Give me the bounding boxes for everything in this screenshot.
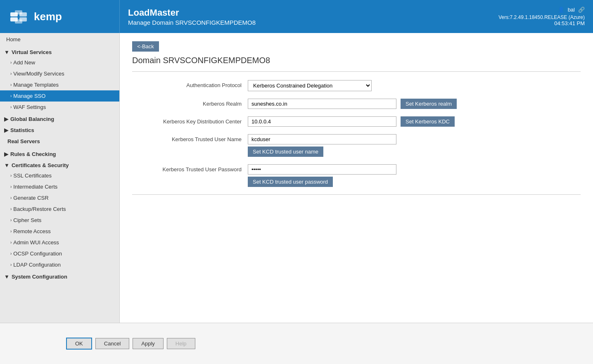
arrow-icon: › (10, 83, 12, 87)
kerberos-user-row: Kerberos Trusted User Name Set KCD trust… (132, 134, 581, 157)
arrow-icon: › (10, 60, 12, 65)
arrow-icon: › (10, 218, 12, 222)
header-user: 👤 bal 🔗 (558, 7, 585, 13)
sidebar-child-ocsp-config[interactable]: › OCSP Configuration (0, 248, 119, 259)
sidebar-section-certs-security[interactable]: ▼ Certificates & Security (0, 159, 119, 170)
sidebar-child-manage-templates[interactable]: › Manage Templates (0, 79, 119, 90)
app-title: LoadMaster (128, 7, 482, 18)
stats-label: Statistics (10, 127, 34, 133)
kerberos-kdc-input[interactable] (248, 116, 396, 127)
sidebar-child-intermediate-certs[interactable]: › Intermediate Certs (0, 181, 119, 192)
sidebar: Home ▼ Virtual Services › Add New › View… (0, 33, 120, 323)
sidebar-item-home[interactable]: Home (0, 33, 119, 46)
set-kerberos-kdc-button[interactable]: Set Kerberos KDC (401, 116, 455, 127)
cancel-button[interactable]: Cancel (95, 338, 129, 349)
sidebar-child-view-modify[interactable]: › View/Modify Services (0, 68, 119, 79)
kerberos-pass-row: Kerberos Trusted User Password Set KCD t… (132, 164, 581, 187)
kerberos-realm-input[interactable] (248, 99, 396, 109)
header-right: 👤 bal 🔗 Vers:7.2.49.1.18450.RELEASE (Azu… (490, 0, 593, 33)
app-header: kemp LoadMaster Manage Domain SRVSCONFIG… (0, 0, 593, 33)
sidebar-section-virtual-services[interactable]: ▼ Virtual Services (0, 46, 119, 57)
username: bal (568, 7, 575, 13)
arrow-icon: › (10, 229, 12, 234)
sidebar-child-ldap-config[interactable]: › LDAP Configuration (0, 259, 119, 270)
content-area: <-Back Domain SRVSCONFIGKEMPDEMO8 Authen… (120, 33, 593, 323)
kerberos-pass-label: Kerberos Trusted User Password (132, 164, 248, 173)
certs-arrow: ▼ (4, 162, 9, 168)
auth-protocol-label: Authentication Protocol (132, 80, 248, 88)
back-button[interactable]: <-Back (132, 41, 159, 52)
sidebar-child-cipher-sets[interactable]: › Cipher Sets (0, 215, 119, 226)
sidebar-section-global-balancing[interactable]: ▶ Global Balancing (0, 113, 119, 124)
kerberos-pass-control: Set KCD trusted user password (248, 164, 396, 187)
view-modify-label: View/Modify Services (13, 71, 64, 77)
set-kcd-user-button[interactable]: Set KCD trusted user name (248, 147, 323, 157)
logo-area: kemp (0, 0, 120, 33)
page-title: Domain SRVSCONFIGKEMPDEMO8 (132, 56, 581, 65)
auth-protocol-select[interactable]: Kerberos Constrained Delegation NTLM Bas… (248, 80, 372, 91)
arrow-icon: › (10, 251, 12, 256)
content-divider-bottom (132, 194, 581, 195)
header-time: 04:53:41 PM (554, 20, 585, 26)
sidebar-child-remote-access[interactable]: › Remote Access (0, 226, 119, 237)
sidebar-item-real-servers[interactable]: Real Servers (0, 135, 119, 148)
kerberos-realm-row: Kerberos Realm Set Kerberos realm (132, 99, 581, 109)
sidebar-child-admin-wui[interactable]: › Admin WUI Access (0, 237, 119, 248)
help-button[interactable]: Help (167, 338, 195, 349)
kerberos-user-control: Set KCD trusted user name (248, 134, 396, 157)
bottom-bar: OK Cancel Apply Help (0, 323, 593, 364)
sidebar-child-backup-restore[interactable]: › Backup/Restore Certs (0, 203, 119, 215)
sidebar-section-rules-checking[interactable]: ▶ Rules & Checking (0, 148, 119, 159)
header-subtitle: Manage Domain SRVSCONFIGKEMPDEMO8 (128, 19, 482, 26)
sidebar-child-waf-settings[interactable]: › WAF Settings (0, 102, 119, 113)
sysconfig-label: System Configuration (12, 274, 67, 280)
manage-sso-label: Manage SSO (13, 93, 45, 99)
admin-wui-label: Admin WUI Access (13, 239, 59, 246)
kemp-logo-icon (8, 8, 29, 25)
kerberos-realm-label: Kerberos Realm (132, 99, 248, 107)
generate-csr-label: Generate CSR (13, 195, 48, 201)
arrow-icon: › (10, 94, 12, 98)
backup-restore-label: Backup/Restore Certs (13, 206, 66, 212)
add-new-label: Add New (13, 59, 35, 66)
ocsp-config-label: OCSP Configuration (13, 251, 62, 257)
arrow-icon: › (10, 196, 12, 200)
svg-rect-5 (15, 19, 22, 24)
kerberos-realm-inline: Set Kerberos realm (248, 99, 457, 109)
kerberos-realm-control: Set Kerberos realm (248, 99, 457, 109)
arrow-icon: › (10, 184, 12, 189)
apply-button[interactable]: Apply (133, 338, 164, 349)
ok-button[interactable]: OK (66, 338, 92, 350)
kerberos-pass-input[interactable] (248, 164, 396, 175)
rules-label: Rules & Checking (10, 151, 56, 157)
waf-settings-label: WAF Settings (13, 104, 46, 110)
sidebar-child-ssl-certs[interactable]: › SSL Certificates (0, 170, 119, 181)
auth-protocol-control: Kerberos Constrained Delegation NTLM Bas… (248, 80, 372, 91)
sysconfig-arrow: ▼ (4, 274, 9, 280)
rules-arrow: ▶ (4, 151, 8, 157)
user-icon: 👤 (558, 7, 565, 13)
header-main: LoadMaster Manage Domain SRVSCONFIGKEMPD… (120, 0, 490, 33)
gb-label: Global Balancing (10, 116, 54, 122)
sidebar-child-manage-sso[interactable]: › Manage SSO (0, 90, 119, 102)
set-kcd-pass-button[interactable]: Set KCD trusted user password (248, 177, 333, 187)
certs-label: Certificates & Security (12, 162, 69, 168)
sidebar-section-system-config[interactable]: ▼ System Configuration (0, 270, 119, 281)
main-layout: Home ▼ Virtual Services › Add New › View… (0, 33, 593, 323)
ssl-certs-label: SSL Certificates (13, 173, 52, 179)
cipher-sets-label: Cipher Sets (13, 217, 41, 223)
arrow-icon: › (10, 173, 12, 178)
network-icon: 🔗 (578, 7, 585, 13)
sidebar-child-generate-csr[interactable]: › Generate CSR (0, 192, 119, 203)
intermediate-certs-label: Intermediate Certs (13, 184, 57, 190)
content-divider-top (132, 71, 581, 72)
sidebar-child-add-new[interactable]: › Add New (0, 57, 119, 68)
set-kerberos-realm-button[interactable]: Set Kerberos realm (401, 99, 457, 109)
arrow-icon: › (10, 207, 12, 211)
arrow-icon: › (10, 262, 12, 267)
sidebar-section-statistics[interactable]: ▶ Statistics (0, 124, 119, 135)
kerberos-user-input[interactable] (248, 134, 396, 144)
kerberos-kdc-control: Set Kerberos KDC (248, 116, 455, 127)
header-version: Vers:7.2.49.1.18450.RELEASE (Azure) (498, 14, 585, 20)
logo-text: kemp (34, 10, 62, 23)
